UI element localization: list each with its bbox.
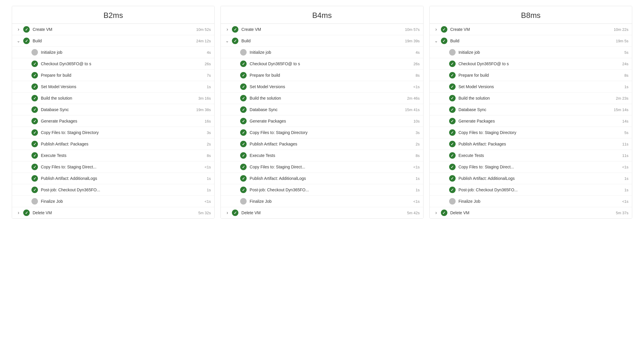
job-row[interactable]: Prepare for build8s (430, 70, 632, 81)
job-row[interactable]: Delete VM5m 42s (221, 207, 423, 218)
job-row[interactable]: Finalize Job<1s (12, 196, 214, 207)
job-row[interactable]: Database Sync15m 14s (430, 104, 632, 115)
chevron-down-icon[interactable] (16, 38, 21, 44)
job-row[interactable]: Copy Files to: Staging Direct...<1s (12, 161, 214, 173)
job-duration: 1s (416, 188, 420, 192)
job-row[interactable]: Generate Packages14s (430, 115, 632, 127)
job-row[interactable]: Database Sync15m 41s (221, 104, 423, 115)
job-row[interactable]: Initialize job4s (221, 47, 423, 58)
success-icon (240, 95, 247, 101)
chevron-right-icon[interactable] (433, 26, 439, 32)
success-icon (449, 187, 456, 193)
job-row[interactable]: Set Model Versions1s (12, 81, 214, 93)
job-row[interactable]: Post-job: Checkout Dyn365FO...1s (12, 184, 214, 196)
job-row[interactable]: Post-job: Checkout Dyn365FO...1s (221, 184, 423, 196)
job-row[interactable]: Set Model Versions1s (430, 81, 632, 93)
success-icon (31, 95, 38, 101)
job-row[interactable]: Delete VM5m 37s (430, 207, 632, 218)
job-row[interactable]: Build the solution2m 23s (430, 93, 632, 104)
success-icon (23, 38, 30, 44)
job-row[interactable]: Create VM10m 22s (430, 24, 632, 35)
job-duration: 8s (416, 73, 420, 78)
chevron-right-icon[interactable] (433, 210, 439, 216)
job-row[interactable]: Copy Files to: Staging Directory5s (430, 127, 632, 138)
job-duration: 4s (416, 50, 420, 55)
job-row[interactable]: Copy Files to: Staging Directory3s (221, 127, 423, 138)
job-row[interactable]: Build24m 12s (12, 35, 214, 47)
job-name: Build the solution (459, 96, 614, 101)
job-name: Finalize Job (41, 199, 202, 204)
job-duration: 10m 57s (405, 27, 420, 32)
job-row[interactable]: Execute Tests8s (12, 150, 214, 161)
job-row[interactable]: Copy Files to: Staging Direct...<1s (221, 161, 423, 173)
job-duration: 8s (207, 153, 211, 158)
job-name: Checkout Dyn365FO@ to s (459, 61, 620, 66)
job-row[interactable]: Database Sync19m 38s (12, 104, 214, 115)
job-row[interactable]: Initialize job5s (430, 47, 632, 58)
job-name: Checkout Dyn365FO@ to s (41, 61, 202, 66)
success-icon (240, 118, 247, 124)
job-row[interactable]: Post-job: Checkout Dyn365FO...1s (430, 184, 632, 196)
job-row[interactable]: Initialize job4s (12, 47, 214, 58)
job-row[interactable]: Execute Tests11s (430, 150, 632, 161)
job-row[interactable]: Publish Artifact: AdditionalLogs1s (430, 173, 632, 184)
job-name: Build (241, 38, 402, 43)
job-row[interactable]: Copy Files to: Staging Direct...<1s (430, 161, 632, 173)
job-duration: <1s (622, 165, 628, 169)
job-duration: 10s (414, 119, 420, 123)
job-row[interactable]: Generate Packages16s (12, 115, 214, 127)
job-name: Prepare for build (459, 73, 622, 78)
skipped-icon (449, 49, 456, 56)
job-row[interactable]: Checkout Dyn365FO@ to s24s (430, 58, 632, 70)
chevron-down-icon[interactable] (224, 38, 230, 44)
job-row[interactable]: Publish Artifact: Packages11s (430, 138, 632, 150)
job-row[interactable]: Generate Packages10s (221, 115, 423, 127)
success-icon (31, 152, 38, 159)
job-name: Generate Packages (41, 119, 202, 123)
job-row[interactable]: Prepare for build7s (12, 70, 214, 81)
job-row[interactable]: Publish Artifact: Packages2s (12, 138, 214, 150)
job-row[interactable]: Create VM10m 52s (12, 24, 214, 35)
chevron-down-icon[interactable] (433, 38, 439, 44)
job-row[interactable]: Publish Artifact: Packages2s (221, 138, 423, 150)
job-row[interactable]: Build19m 5s (430, 35, 632, 47)
columns-wrapper: B2msCreate VM10m 52sBuild24m 12sInitiali… (9, 6, 635, 219)
job-duration: 5m 32s (198, 211, 211, 215)
job-row[interactable]: Copy Files to: Staging Directory3s (12, 127, 214, 138)
job-name: Publish Artifact: AdditionalLogs (41, 176, 205, 181)
chevron-right-icon[interactable] (16, 26, 21, 32)
job-duration: <1s (413, 165, 419, 169)
chevron-right-icon[interactable] (224, 26, 230, 32)
success-icon (449, 175, 456, 182)
job-row[interactable]: Create VM10m 57s (221, 24, 423, 35)
job-name: Prepare for build (41, 73, 205, 78)
job-name: Finalize Job (459, 199, 620, 204)
job-row[interactable]: Execute Tests8s (221, 150, 423, 161)
job-duration: <1s (205, 199, 211, 204)
job-name: Checkout Dyn365FO@ to s (250, 61, 411, 66)
job-row[interactable]: Delete VM5m 32s (12, 207, 214, 218)
job-row[interactable]: Build19m 39s (221, 35, 423, 47)
job-row[interactable]: Set Model Versions<1s (221, 81, 423, 93)
job-name: Copy Files to: Staging Direct... (41, 165, 202, 169)
job-name: Database Sync (41, 107, 194, 112)
skipped-icon (240, 49, 247, 56)
job-duration: 1s (207, 85, 211, 89)
chevron-right-icon[interactable] (224, 210, 230, 216)
job-row[interactable]: Publish Artifact: AdditionalLogs1s (12, 173, 214, 184)
chevron-right-icon[interactable] (16, 210, 21, 216)
job-row[interactable]: Build the solution2m 46s (221, 93, 423, 104)
success-icon (31, 141, 38, 147)
job-row[interactable]: Finalize Job<1s (221, 196, 423, 207)
success-icon (240, 175, 247, 182)
job-row[interactable]: Checkout Dyn365FO@ to s26s (12, 58, 214, 70)
job-row[interactable]: Finalize Job<1s (430, 196, 632, 207)
column-b2ms: B2msCreate VM10m 52sBuild24m 12sInitiali… (12, 6, 215, 219)
job-duration: 5s (624, 130, 628, 135)
job-row[interactable]: Checkout Dyn365FO@ to s26s (221, 58, 423, 70)
job-row[interactable]: Build the solution3m 16s (12, 93, 214, 104)
job-name: Build (33, 38, 194, 43)
job-row[interactable]: Publish Artifact: AdditionalLogs1s (221, 173, 423, 184)
job-row[interactable]: Prepare for build8s (221, 70, 423, 81)
job-name: Create VM (450, 27, 611, 32)
